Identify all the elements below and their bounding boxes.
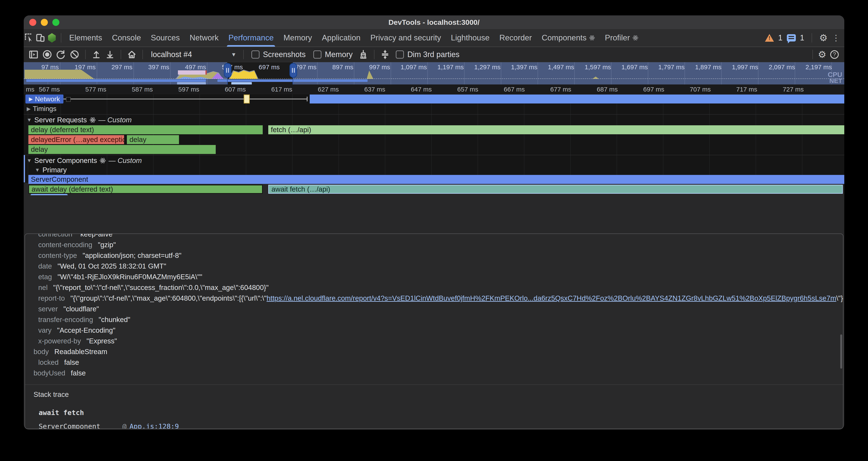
home-icon[interactable] [126, 49, 138, 60]
report-url-link[interactable]: https://a.nel.cloudflare.com/report/v4?s… [267, 294, 836, 302]
tab-elements[interactable]: Elements [64, 29, 107, 47]
server-components-header[interactable]: ▼ Server Components — Custom [24, 156, 844, 166]
event-bar-delay[interactable]: delay [28, 145, 216, 154]
checkbox-box[interactable] [396, 51, 404, 59]
property-row-connection: connection"keep-alive" [34, 233, 843, 239]
help-icon[interactable]: ? [829, 49, 840, 60]
ruler-tick-label: 697 ms [622, 86, 664, 93]
property-row-transfer-encoding: transfer-encoding"chunked" [34, 314, 843, 325]
overview-tick-label: 1,797 ms [648, 63, 685, 71]
memory-checkbox[interactable]: Memory [313, 50, 352, 59]
flame-chart[interactable]: ms567 ms577 ms587 ms597 ms607 ms617 ms62… [24, 84, 844, 183]
react-atom-icon [589, 35, 595, 41]
react-atom-icon [99, 157, 106, 164]
kebab-menu-icon[interactable]: ⋮ [832, 34, 840, 42]
server-requests-row[interactable]: delayedError (…ayed exception)delay [24, 135, 844, 145]
property-row-body: bodyReadableStream [34, 346, 843, 357]
settings-gear-icon[interactable]: ⚙ [819, 33, 828, 42]
overview-tick-label: 2,197 ms [796, 63, 832, 71]
device-toolbar-icon[interactable] [35, 32, 46, 44]
tab-performance[interactable]: Performance [223, 29, 279, 47]
tab-console[interactable]: Console [107, 29, 146, 47]
server-components-row[interactable]: await delay (deferred text)await fetch (… [24, 184, 844, 194]
server-requests-row[interactable]: delay (deferred text)fetch (…/api) [24, 125, 844, 135]
event-bar-fetch-api-[interactable]: fetch (…/api) [268, 125, 844, 134]
tab-memory[interactable]: Memory [279, 29, 317, 47]
event-bar-delay[interactable]: delay [127, 135, 179, 144]
track-resize-handle[interactable] [66, 97, 71, 102]
event-bar-await-delay-deferred-text-[interactable]: await delay (deferred text) [28, 185, 263, 194]
overview-tick-label: 897 ms [317, 63, 353, 71]
network-track[interactable]: ▶ Network [24, 94, 844, 104]
tab-application[interactable]: Application [317, 29, 366, 47]
track-accent-edge [24, 155, 25, 182]
history-selected-value: localhost #4 [151, 50, 192, 59]
disclosure-triangle-icon[interactable]: ▶ [27, 106, 31, 112]
record-button[interactable] [41, 49, 53, 60]
performance-toolbar: localhost #4 ▼ Screenshots Memory Dim 3r… [24, 47, 844, 62]
tab-privacy-and-security[interactable]: Privacy and security [366, 29, 446, 47]
event-bar-servercomponent[interactable]: ServerComponent [28, 175, 844, 184]
dim-3rd-parties-checkbox[interactable]: Dim 3rd parties [396, 50, 459, 59]
overview-tick-label: 997 ms [354, 63, 390, 71]
disclosure-triangle-icon[interactable]: ▼ [27, 157, 32, 164]
server-requests-row[interactable]: delay [24, 145, 844, 154]
selection-right-handle[interactable] [289, 63, 297, 78]
overview-tick-label: 1,897 ms [685, 63, 721, 71]
issues-count[interactable]: 1 [800, 33, 804, 42]
tab-network[interactable]: Network [185, 29, 224, 47]
details-scrollbar-thumb[interactable] [840, 335, 842, 369]
property-row-content-encoding: content-encoding"gzip" [34, 239, 843, 250]
source-location-link[interactable]: App.js:128:9 [129, 422, 179, 429]
overview-tick-label: 1,997 ms [722, 63, 758, 71]
clear-button[interactable] [68, 49, 81, 60]
issues-icon[interactable] [787, 34, 796, 41]
property-row-vary: vary"Accept-Encoding" [34, 325, 843, 336]
timeline-overview[interactable]: 97 ms197 ms297 ms397 ms497 ms597 ms697 m… [24, 62, 844, 84]
shrink-flamechart-icon[interactable] [379, 49, 391, 60]
tab-components[interactable]: Components [537, 29, 600, 47]
event-bar[interactable] [310, 94, 844, 104]
network-track-label[interactable]: ▶ Network [25, 94, 63, 104]
property-row-bodyUsed: bodyUsedfalse [34, 368, 843, 378]
inspect-element-icon[interactable] [24, 32, 35, 44]
event-bar[interactable] [244, 94, 250, 104]
server-components-row[interactable]: ServerComponent [24, 174, 844, 184]
event-bar-await-fetch-api-[interactable]: await fetch (…/api) [268, 185, 843, 194]
long-task-indicator [178, 70, 207, 75]
save-profile-icon[interactable] [104, 49, 116, 60]
checkbox-box[interactable] [313, 51, 321, 59]
record-and-reload-button[interactable] [55, 49, 67, 60]
timings-track[interactable]: ▶ Timings [24, 104, 844, 114]
property-row-nel: nel"{\"report_to\":\"cf-nel\",\"success_… [34, 282, 843, 293]
disclosure-triangle-icon[interactable]: ▼ [27, 117, 32, 123]
ruler-tick-label: 647 ms [389, 86, 432, 93]
disclosure-triangle-icon[interactable]: ▼ [35, 167, 40, 173]
checkbox-box[interactable] [251, 51, 259, 59]
load-profile-icon[interactable] [90, 49, 102, 60]
history-select[interactable]: localhost #4 ▼ [148, 50, 239, 59]
event-bar-delay-deferred-text-[interactable]: delay (deferred text) [28, 125, 263, 134]
tab-sources[interactable]: Sources [146, 29, 185, 47]
primary-subtrack-header[interactable]: ▼ Primary [24, 166, 844, 174]
garbage-collect-icon[interactable] [357, 49, 369, 60]
tab-lighthouse[interactable]: Lighthouse [446, 29, 494, 47]
overview-tick-label: 397 ms [133, 63, 169, 71]
disclosure-triangle-icon[interactable]: ▶ [29, 96, 33, 102]
screenshots-checkbox[interactable]: Screenshots [251, 50, 306, 59]
event-bar-delayederror-ayed-exception-[interactable]: delayedError (…ayed exception) [28, 135, 124, 144]
warning-count[interactable]: 1 [778, 33, 782, 42]
toggle-sidebar-icon[interactable] [28, 49, 39, 60]
summary-details-pane[interactable]: connection"keep-alive"content-encoding"g… [25, 233, 843, 429]
property-row-report-to: report-to"{\"group\":\"cf-nel\",\"max_ag… [34, 293, 843, 304]
selection-left-handle[interactable] [224, 63, 231, 78]
server-requests-header[interactable]: ▼ Server Requests — Custom [24, 115, 844, 125]
panel-settings-gear-icon[interactable]: ⚙ [818, 50, 826, 59]
tab-recorder[interactable]: Recorder [494, 29, 537, 47]
tab-profiler[interactable]: Profiler [600, 29, 643, 47]
warning-icon[interactable] [765, 34, 774, 42]
titlebar: DevTools - localhost:3000/ [24, 16, 844, 29]
overview-tick-label: 1,097 ms [391, 63, 427, 71]
ruler-tick-label: 687 ms [575, 86, 618, 93]
ruler-tick-label: 567 ms [24, 86, 60, 93]
